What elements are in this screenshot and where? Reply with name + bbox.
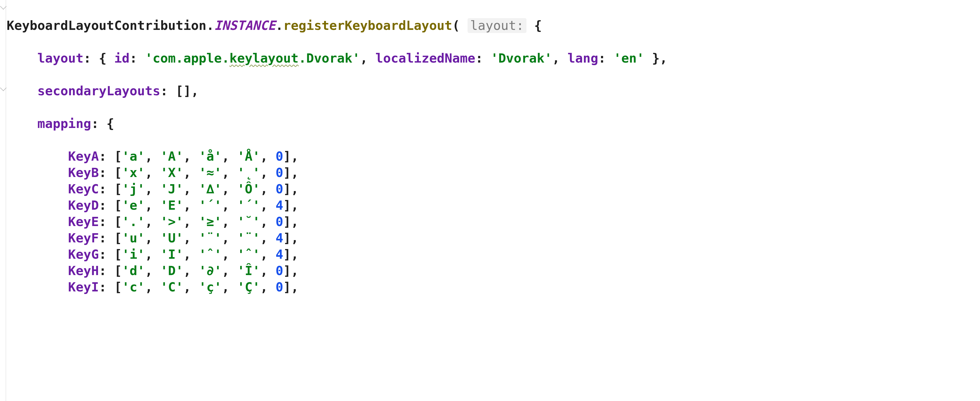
mapping-key: KeyE: [68, 214, 99, 229]
number-literal: 0: [275, 182, 283, 197]
mapping-key: KeyB: [68, 165, 99, 180]
typo-underline: keylayout: [229, 51, 299, 66]
string-literal: 'e': [122, 198, 145, 213]
code-line: KeyE: ['.', '>', '≥', '˘', 0],: [6, 214, 980, 230]
mapping-key: KeyH: [68, 263, 99, 278]
string-literal: 'U': [160, 231, 183, 246]
mapping-key: KeyC: [68, 182, 99, 197]
code-line: KeyI: ['c', 'C', 'ç', 'Ç', 0],: [6, 279, 980, 295]
mapping-key: KeyG: [68, 247, 99, 262]
string-literal: 'en': [614, 51, 644, 66]
string-literal: 'X': [160, 165, 183, 180]
string-literal: 'u': [122, 231, 145, 246]
object-key: id: [114, 51, 129, 66]
string-literal: '´': [237, 198, 260, 213]
string-literal: '¨': [237, 231, 260, 246]
string-literal: '≥': [199, 214, 222, 229]
object-key: localizedName: [375, 51, 475, 66]
number-literal: 0: [275, 149, 283, 164]
string-literal: '¨': [199, 231, 222, 246]
object-key: mapping: [37, 116, 91, 131]
array-literal: []: [176, 83, 191, 98]
object-key: secondaryLayouts: [37, 83, 160, 98]
string-literal: 'a': [122, 149, 145, 164]
number-literal: 4: [275, 231, 283, 246]
string-literal: 'A': [160, 149, 183, 164]
code-line: KeyB: ['x', 'X', '≈', '˛', 0],: [6, 165, 980, 181]
parameter-hint: layout:: [468, 18, 527, 33]
string-literal: 'j': [122, 182, 145, 197]
number-literal: 0: [275, 280, 283, 294]
string-literal: 'ç': [199, 280, 222, 294]
string-literal: 'com.apple.keylayout.Dvorak': [145, 51, 360, 66]
mapping-key: KeyD: [68, 198, 99, 213]
string-literal: '>': [160, 214, 183, 229]
string-literal: 'E': [160, 198, 183, 213]
string-literal: 'i': [122, 247, 145, 262]
object-key: lang: [568, 51, 598, 66]
mapping-key: KeyA: [68, 149, 99, 164]
code-line: KeyD: ['e', 'E', '´', '´', 4],: [6, 197, 980, 214]
string-literal: '´': [199, 198, 222, 213]
gutter: [0, 0, 6, 401]
number-literal: 4: [275, 198, 283, 213]
code-editor[interactable]: KeyboardLayoutContribution.INSTANCE.regi…: [6, 1, 980, 312]
mapping-key: KeyF: [68, 231, 99, 246]
code-line: secondaryLayouts: [],: [6, 83, 980, 99]
string-literal: '.': [122, 214, 145, 229]
number-literal: 0: [275, 263, 283, 278]
code-line: mapping: {: [6, 115, 980, 132]
number-literal: 4: [275, 247, 283, 262]
string-literal: 'D': [160, 263, 183, 278]
string-literal: 'Å': [237, 149, 260, 164]
identifier: KeyboardLayoutContribution: [6, 18, 207, 33]
string-literal: 'å': [199, 149, 222, 164]
object-key: layout: [37, 51, 83, 66]
string-literal: 'd': [122, 263, 145, 278]
string-literal: '∆': [199, 182, 222, 197]
code-line: KeyH: ['d', 'D', '∂', 'Î', 0],: [6, 262, 980, 279]
code-line: KeyA: ['a', 'A', 'å', 'Å', 0],: [6, 148, 980, 165]
string-literal: 'Ô': [237, 182, 260, 197]
code-line: KeyC: ['j', 'J', '∆', 'Ô', 0],: [6, 181, 980, 197]
mapping-key: KeyI: [68, 280, 99, 294]
string-literal: '≈': [199, 165, 222, 180]
string-literal: '˛': [237, 165, 260, 180]
fold-marker-icon[interactable]: [0, 3, 6, 10]
string-literal: '∂': [199, 263, 222, 278]
method-name: registerKeyboardLayout: [283, 18, 452, 33]
string-literal: '˘': [237, 214, 260, 229]
static-field: INSTANCE: [214, 18, 275, 33]
string-literal: 'c': [122, 280, 145, 294]
string-literal: 'I': [160, 247, 183, 262]
number-literal: 0: [275, 214, 283, 229]
string-literal: 'Ç': [237, 280, 260, 294]
fold-marker-icon[interactable]: [0, 85, 6, 91]
string-literal: 'ˆ': [237, 247, 260, 262]
code-line: KeyboardLayoutContribution.INSTANCE.regi…: [6, 18, 980, 34]
string-literal: 'Dvorak': [491, 51, 552, 66]
code-line: KeyG: ['i', 'I', 'ˆ', 'ˆ', 4],: [6, 246, 980, 262]
string-literal: 'C': [160, 280, 183, 294]
string-literal: 'x': [122, 165, 145, 180]
string-literal: 'J': [160, 182, 183, 197]
code-line: KeyF: ['u', 'U', '¨', '¨', 4],: [6, 230, 980, 246]
string-literal: 'Î': [237, 263, 260, 278]
string-literal: 'ˆ': [199, 247, 222, 262]
code-line: layout: { id: 'com.apple.keylayout.Dvora…: [6, 50, 980, 66]
number-literal: 0: [275, 165, 283, 180]
